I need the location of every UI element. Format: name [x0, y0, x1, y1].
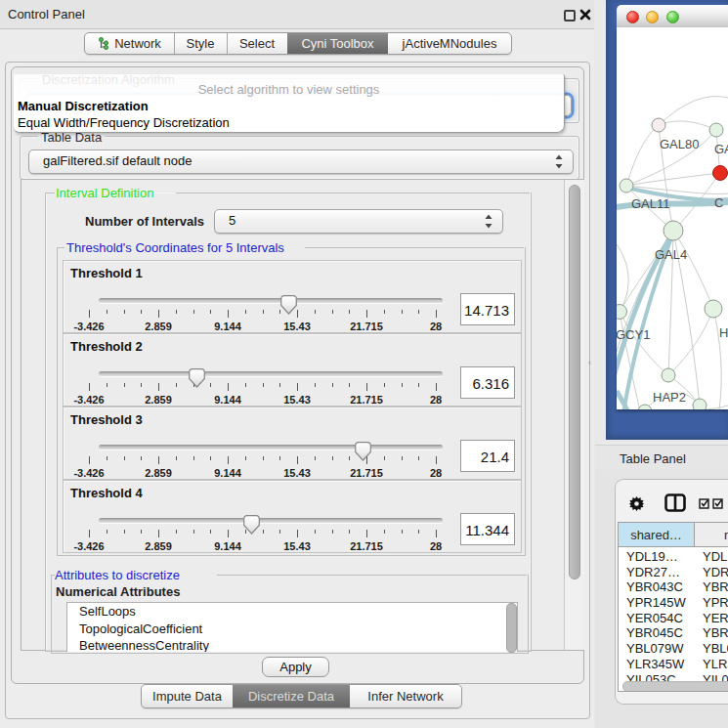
svg-text:GAL11: GAL11	[631, 196, 670, 211]
svg-text:GCY1: GCY1	[617, 327, 650, 342]
svg-text:HAP2: HAP2	[653, 390, 686, 405]
svg-text:GAL80: GAL80	[660, 137, 699, 151]
svg-text:GAL4: GAL4	[655, 247, 687, 262]
svg-text:H: H	[719, 325, 728, 340]
svg-text:C: C	[714, 195, 723, 210]
svg-text:GA: GA	[714, 142, 728, 156]
